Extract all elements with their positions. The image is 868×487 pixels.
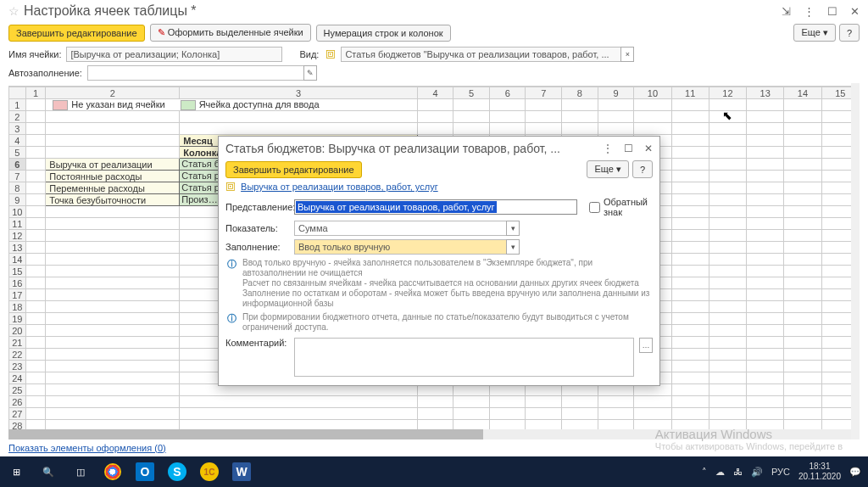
table-cell[interactable] [46,420,180,429]
table-cell[interactable] [46,123,180,135]
outlook-taskbar-icon[interactable]: O [129,456,161,487]
autofill-field[interactable] [87,65,303,81]
row-header[interactable]: 17 [9,289,26,301]
start-button[interactable]: ⊞ [0,456,32,487]
more-menu-button[interactable]: Еще ▾ [793,24,835,42]
table-cell[interactable]: Переменные расходы [46,182,180,194]
budget-item-link[interactable]: Выручка от реализации товаров, работ, ус… [241,182,438,192]
tray-chevron-icon[interactable]: ˄ [702,467,707,478]
tray-volume-icon[interactable]: 🔊 [751,467,763,478]
row-header[interactable]: 11 [9,218,26,230]
table-cell[interactable] [46,277,180,289]
help-button[interactable]: ? [839,24,860,42]
favorite-star-icon[interactable]: ☆ [8,4,19,18]
tray-network-icon[interactable]: 🖧 [733,467,743,477]
more-icon[interactable]: ⋮ [804,5,815,18]
vid-dropdown-button[interactable]: × [620,47,634,62]
table-cell[interactable] [46,372,180,384]
dialog-more-button[interactable]: Еще ▾ [587,160,628,178]
row-header[interactable]: 1 [9,99,26,111]
cell-name-field[interactable] [66,47,282,62]
table-cell[interactable] [46,206,180,218]
autofill-clear-button[interactable]: ✎ [303,65,317,81]
row-header[interactable]: 24 [9,372,26,384]
row-header[interactable]: 9 [9,194,26,206]
1c-taskbar-icon[interactable]: 1C [193,456,225,487]
row-header[interactable]: 23 [9,361,26,372]
table-cell[interactable] [46,254,180,266]
row-header[interactable]: 7 [9,171,26,182]
fill-field[interactable] [294,239,506,255]
row-header[interactable]: 12 [9,230,26,242]
table-cell[interactable] [46,325,180,337]
dialog-close-icon[interactable]: ✕ [644,143,653,154]
table-cell[interactable] [46,242,180,254]
table-cell[interactable] [46,337,180,349]
table-cell[interactable]: Выручка от реализации [46,159,180,171]
indicator-dropdown-button[interactable]: ▾ [506,221,520,236]
table-cell[interactable] [46,313,180,325]
format-cells-button[interactable]: ✎ Оформить выделенные ячейки [150,24,311,42]
table-cell[interactable]: Постоянные расходы [46,171,180,182]
row-header[interactable]: 5 [9,147,26,159]
table-cell[interactable] [180,420,417,429]
table-cell[interactable] [46,266,180,277]
row-header[interactable]: 14 [9,254,26,266]
dialog-help-button[interactable]: ? [632,160,653,178]
finish-editing-button[interactable]: Завершить редактирование [8,25,145,42]
task-view-button[interactable]: ◫ [64,456,97,487]
word-taskbar-icon[interactable]: W [225,456,258,487]
table-cell[interactable] [46,384,180,396]
tray-cloud-icon[interactable]: ☁ [715,467,725,478]
numbering-button[interactable]: Нумерация строк и колонок [316,25,451,42]
row-header[interactable]: 16 [9,277,26,289]
table-cell[interactable] [46,111,180,123]
vid-field[interactable] [341,47,620,62]
dialog-finish-button[interactable]: Завершить редактирование [225,161,362,178]
row-header[interactable]: 22 [9,349,26,361]
search-button[interactable]: 🔍 [32,456,64,487]
table-cell[interactable] [46,361,180,372]
skype-taskbar-icon[interactable]: S [161,456,193,487]
table-cell[interactable] [46,135,180,147]
show-design-elements-link[interactable]: Показать элементы оформления (0) [8,443,166,453]
row-header[interactable]: 25 [9,384,26,396]
table-cell[interactable] [46,218,180,230]
row-header[interactable]: 8 [9,182,26,194]
comment-field[interactable] [294,338,634,377]
horizontal-scrollbar[interactable] [8,429,860,439]
table-cell[interactable] [46,230,180,242]
chrome-taskbar-icon[interactable] [97,456,129,487]
maximize-icon[interactable]: ☐ [827,5,837,18]
row-header[interactable]: 13 [9,242,26,254]
table-cell[interactable] [46,408,180,420]
row-header[interactable]: 19 [9,313,26,325]
row-header[interactable]: 21 [9,337,26,349]
table-cell[interactable] [180,111,417,123]
row-header[interactable]: 20 [9,325,26,337]
dialog-more-icon[interactable]: ⋮ [603,143,613,154]
tray-language[interactable]: РУС [771,467,790,477]
row-header[interactable]: 10 [9,206,26,218]
tray-notifications-icon[interactable]: 💬 [849,467,861,478]
table-cell[interactable] [46,396,180,408]
row-header[interactable]: 28 [9,420,26,429]
row-header[interactable]: 27 [9,408,26,420]
external-link-icon[interactable]: ⇲ [782,5,791,18]
reverse-sign-checkbox[interactable] [589,202,600,213]
table-cell[interactable] [180,408,417,420]
close-icon[interactable]: ✕ [850,5,860,18]
fill-dropdown-button[interactable]: ▾ [506,239,520,255]
row-header[interactable]: 26 [9,396,26,408]
row-header[interactable]: 4 [9,135,26,147]
row-header[interactable]: 2 [9,111,26,123]
table-cell[interactable] [46,147,180,159]
table-cell[interactable] [46,301,180,313]
table-cell[interactable] [180,123,417,135]
row-header[interactable]: 15 [9,266,26,277]
indicator-field[interactable] [294,221,506,236]
row-header[interactable]: 18 [9,301,26,313]
tray-clock[interactable]: 18:31 20.11.2020 [798,462,841,482]
windows-taskbar[interactable]: ⊞ 🔍 ◫ O S 1C W ˄ ☁ 🖧 🔊 РУС 18:31 20.11.2… [0,456,868,487]
vertical-scrollbar[interactable] [851,83,860,439]
